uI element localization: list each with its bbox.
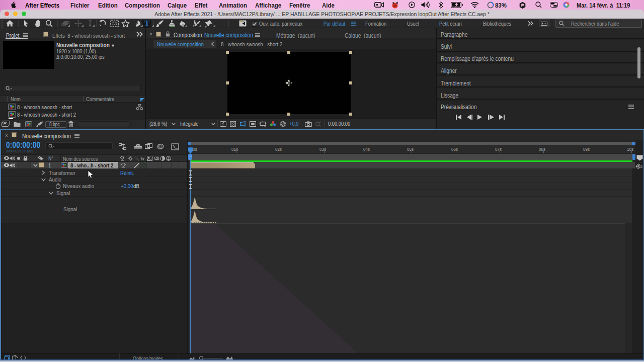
svg-text:fx: fx [141, 156, 145, 161]
svg-text:60: 60 [393, 4, 397, 8]
